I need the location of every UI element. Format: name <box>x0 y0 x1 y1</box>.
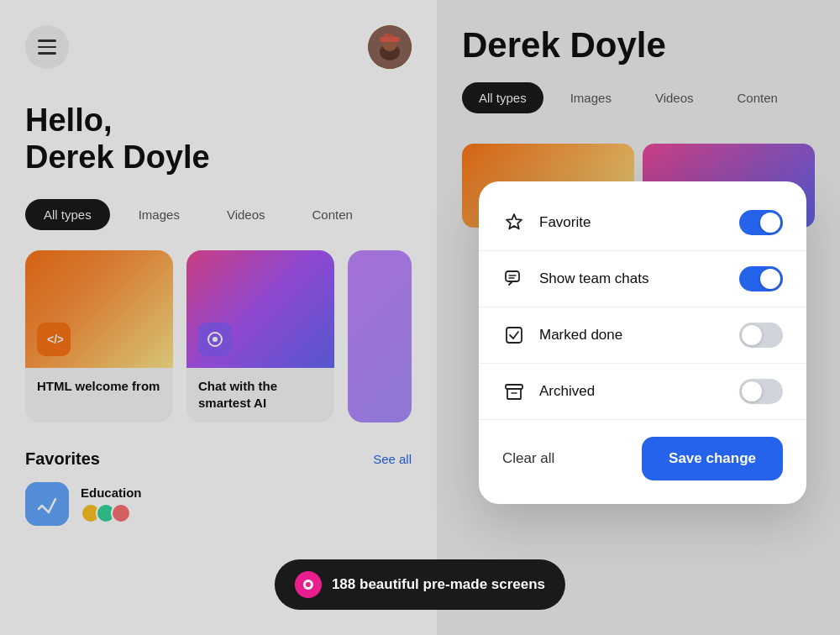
modal-row-left-done: Marked done <box>502 323 622 347</box>
marked-done-toggle[interactable] <box>739 323 783 348</box>
modal-row-marked-done: Marked done <box>479 307 806 364</box>
modal-overlay: Favorite Show team chats <box>0 0 840 635</box>
modal-row-team-chats: Show team chats <box>479 251 806 307</box>
check-icon <box>502 323 526 347</box>
toast: 188 beautiful pre-made screens <box>275 559 565 610</box>
svg-point-15 <box>306 582 311 587</box>
toggle-knob-done <box>742 325 762 345</box>
toast-icon <box>295 571 322 598</box>
chat-icon <box>502 267 526 291</box>
toast-text: 188 beautiful pre-made screens <box>332 576 545 593</box>
team-chats-label: Show team chats <box>539 270 648 287</box>
modal-row-favorite: Favorite <box>479 195 806 251</box>
archive-icon <box>502 380 526 403</box>
archived-label: Archived <box>539 383 595 400</box>
toggle-knob-archived <box>742 381 762 401</box>
filter-modal: Favorite Show team chats <box>479 181 806 504</box>
toggle-knob-favorite <box>760 213 780 233</box>
favorite-toggle[interactable] <box>739 210 783 235</box>
star-icon <box>502 211 526 234</box>
marked-done-label: Marked done <box>539 327 622 344</box>
modal-row-left-archived: Archived <box>502 380 595 403</box>
modal-footer: Clear all Save change <box>479 420 806 487</box>
svg-rect-11 <box>507 328 522 343</box>
team-chats-toggle[interactable] <box>739 266 783 291</box>
svg-rect-8 <box>506 271 519 281</box>
modal-row-archived: Archived <box>479 364 806 420</box>
modal-row-left-favorite: Favorite <box>502 211 591 234</box>
clear-all-button[interactable]: Clear all <box>502 450 554 467</box>
archived-toggle[interactable] <box>739 379 783 404</box>
toggle-knob-chats <box>760 269 780 289</box>
svg-rect-12 <box>506 385 522 389</box>
save-change-button[interactable]: Save change <box>642 437 783 480</box>
modal-row-left-chats: Show team chats <box>502 267 648 291</box>
favorite-label: Favorite <box>539 214 591 231</box>
